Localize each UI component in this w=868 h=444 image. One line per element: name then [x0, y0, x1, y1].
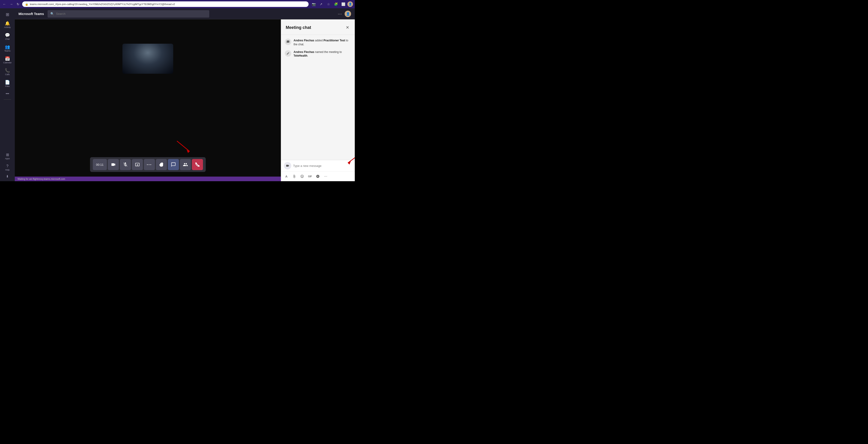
end-call-button[interactable]: [192, 159, 203, 170]
sidebar-item-calendar[interactable]: 📅 Calendar: [0, 54, 15, 66]
chat-event-2-icon: [285, 50, 291, 57]
chat-video-icon[interactable]: [284, 162, 291, 170]
browser-screenshot-button[interactable]: 📷: [310, 1, 317, 7]
chat-event-1-icon: [285, 38, 291, 45]
meeting-timer: 00:11: [93, 159, 107, 170]
browser-share-button[interactable]: ↗: [318, 1, 324, 7]
activity-icon: 🔔: [5, 21, 10, 25]
sidebar-bottom: ⊞ Apps ? Help ⬇: [0, 151, 15, 179]
header-more-button[interactable]: ⋯: [337, 10, 343, 17]
waiting-bar: Waiting for ani flightnroxy.teams.micros…: [15, 177, 281, 181]
mute-button[interactable]: [120, 159, 131, 170]
sidebar-item-calendar-label: Calendar: [3, 61, 12, 64]
chat-event-1-text: Andres Flechas added Practitioner Test t…: [293, 38, 351, 47]
browser-sidebar-button[interactable]: ⬜: [340, 1, 346, 7]
sidebar-item-calls[interactable]: 📞 Calls: [0, 66, 15, 78]
chat-input-area: A GIF: [281, 160, 355, 181]
browser-url-bar[interactable]: 🔒 teams.microsoft.com/_#/pre-join-callin…: [22, 1, 309, 7]
browser-back-button[interactable]: ←: [2, 1, 7, 7]
sidebar-item-apps[interactable]: ⊞ Apps: [0, 151, 15, 162]
apps-icon: ⊞: [6, 153, 9, 157]
teams-icon: 👥: [5, 45, 10, 49]
emoji-button[interactable]: [299, 173, 306, 180]
files-icon: 📄: [5, 80, 10, 84]
sidebar-item-chat-label: Chat: [5, 38, 9, 40]
search-icon: 🔍: [50, 12, 54, 16]
meeting-controls: 00:11: [90, 157, 206, 172]
raise-hand-button[interactable]: [156, 159, 167, 170]
header-right: ⋯ 👤: [337, 10, 351, 17]
sidebar-item-files-label: Files: [5, 85, 9, 87]
gif-button[interactable]: GIF: [307, 173, 313, 180]
video-area: 00:11: [15, 20, 281, 181]
chat-toolbar: A GIF: [281, 172, 355, 181]
browser-refresh-button[interactable]: ↻: [16, 1, 20, 7]
sidebar-item-activity-label: Activity: [4, 26, 11, 28]
attach-file-button[interactable]: [291, 173, 298, 180]
app-logo: Microsoft Teams: [19, 12, 44, 16]
new-message-input[interactable]: [293, 164, 352, 168]
download-icon: ⬇: [6, 175, 9, 178]
chat-event-1: Andres Flechas added Practitioner Test t…: [285, 38, 351, 47]
app-header: Microsoft Teams 🔍 ⋯ 👤: [15, 8, 355, 20]
sidebar-item-waffle[interactable]: ⊞: [0, 10, 15, 19]
sidebar-item-apps-label: Apps: [5, 157, 10, 160]
chat-event-2-text: Andres Flechas named the meeting to Tele…: [293, 50, 351, 58]
calls-icon: 📞: [5, 68, 10, 72]
chat-header: Meeting chat ✕: [281, 20, 355, 35]
sidebar-item-teams[interactable]: 👥 Teams: [0, 42, 15, 54]
browser-avatar[interactable]: 👤: [347, 1, 353, 7]
browser-chrome: ← → ↻ 🔒 teams.microsoft.com/_#/pre-join-…: [0, 0, 355, 8]
chat-close-button[interactable]: ✕: [345, 24, 350, 31]
svg-line-0: [177, 141, 190, 151]
sidebar-item-files[interactable]: 📄 Files: [0, 78, 15, 90]
sidebar-item-download[interactable]: ⬇: [0, 173, 15, 179]
video-preview-inner: [122, 44, 173, 74]
chat-panel: Meeting chat ✕ Andres Flechas added Prac…: [281, 20, 355, 181]
browser-url-text: teams.microsoft.com/_#/pre-join-calling/…: [30, 3, 175, 5]
calendar-icon: 📅: [5, 57, 10, 61]
chat-button[interactable]: [168, 159, 179, 170]
share-screen-button[interactable]: [132, 159, 143, 170]
browser-bookmark-button[interactable]: ☆: [325, 1, 332, 7]
arrow-annotation: [175, 139, 193, 156]
svg-marker-1: [187, 150, 190, 153]
browser-actions: 📷 ↗ ☆ 🧩 ⬜ 👤: [310, 1, 353, 7]
sticker-button[interactable]: [314, 173, 321, 180]
camera-button[interactable]: [107, 159, 119, 170]
browser-forward-button[interactable]: →: [9, 1, 14, 7]
sidebar: ⊞ 🔔 Activity 💬 Chat 👥 Teams 📅 Calendar 📞…: [0, 8, 15, 181]
help-icon: ?: [6, 164, 8, 168]
chat-input-row: [281, 160, 355, 172]
participants-button[interactable]: [180, 159, 191, 170]
more-dots-icon: •••: [6, 92, 9, 95]
chat-messages: Andres Flechas added Practitioner Test t…: [281, 35, 355, 160]
sidebar-item-help[interactable]: ? Help: [0, 162, 15, 173]
more-options-button[interactable]: ···: [144, 159, 155, 170]
sidebar-item-help-label: Help: [5, 169, 10, 171]
toolbar-more-button[interactable]: ···: [322, 173, 329, 180]
sidebar-item-more[interactable]: •••: [0, 90, 15, 97]
search-input[interactable]: [56, 12, 207, 16]
app-container: ⊞ 🔔 Activity 💬 Chat 👥 Teams 📅 Calendar 📞…: [0, 8, 355, 181]
video-preview: [122, 44, 173, 74]
waffle-icon: ⊞: [6, 12, 9, 17]
sidebar-item-activity[interactable]: 🔔 Activity: [0, 19, 15, 31]
chat-event-2: Andres Flechas named the meeting to Tele…: [285, 50, 351, 58]
sidebar-item-teams-label: Teams: [4, 50, 11, 52]
user-avatar[interactable]: 👤: [345, 11, 351, 17]
chat-panel-title: Meeting chat: [286, 25, 311, 30]
format-text-button[interactable]: A: [283, 173, 290, 180]
waiting-text: Waiting for ani flightnroxy.teams.micros…: [18, 178, 65, 180]
sidebar-item-calls-label: Calls: [5, 73, 10, 76]
browser-extension-button[interactable]: 🧩: [333, 1, 339, 7]
sidebar-item-chat[interactable]: 💬 Chat: [0, 31, 15, 42]
main-content: 00:11: [15, 20, 355, 181]
search-bar[interactable]: 🔍: [48, 10, 209, 18]
chat-sidebar-icon: 💬: [5, 33, 10, 37]
